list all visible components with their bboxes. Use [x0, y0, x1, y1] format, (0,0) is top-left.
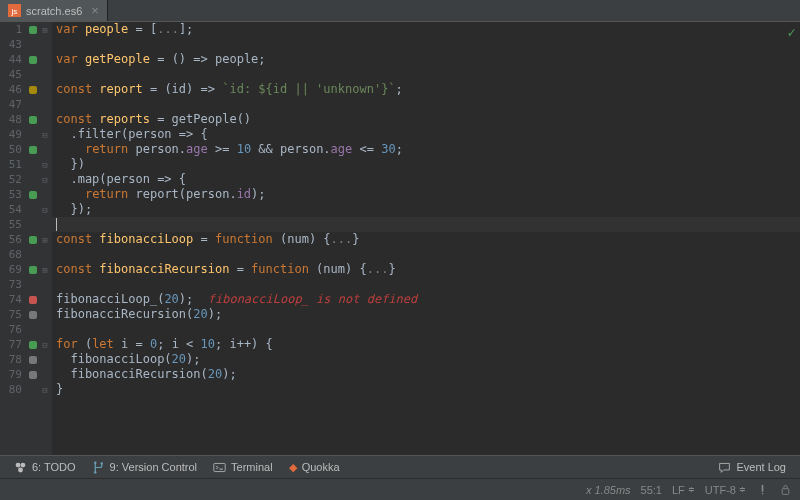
inline-error: fibonacciLoop_ is not defined — [208, 292, 418, 306]
code-line — [56, 277, 800, 292]
code-line — [56, 67, 800, 82]
speech-bubble-icon — [718, 461, 731, 474]
svg-rect-9 — [782, 489, 789, 495]
code-line: }); — [56, 202, 800, 217]
code-line: }) — [56, 157, 800, 172]
vcs-tool-button[interactable]: 9: Version Control — [84, 461, 205, 474]
text-cursor — [56, 218, 57, 231]
todo-tool-button[interactable]: 6: TODO — [6, 461, 84, 474]
code-line: fibonacciLoop_(20); fibonacciLoop_ is no… — [56, 292, 800, 307]
tab-scratch-es6[interactable]: js scratch.es6 × — [0, 0, 108, 21]
code-area[interactable]: var people = [...]; var getPeople = () =… — [52, 22, 800, 455]
branch-icon — [92, 461, 105, 474]
svg-point-7 — [100, 462, 102, 464]
status-inspection-icon[interactable] — [756, 483, 769, 496]
status-timing: x 1.85ms — [586, 484, 631, 496]
code-line: return person.age >= 10 && person.age <=… — [56, 142, 800, 157]
status-line-sep[interactable]: LF≑ — [672, 484, 695, 496]
code-line — [56, 37, 800, 52]
quokka-markers — [28, 22, 38, 455]
code-line: fibonacciRecursion(20); — [56, 307, 800, 322]
code-line: const reports = getPeople() — [56, 112, 800, 127]
code-line: } — [56, 382, 800, 397]
svg-point-3 — [21, 462, 26, 467]
current-line-highlight — [52, 217, 800, 232]
code-line: const report = (id) => `id: ${id || 'unk… — [56, 82, 800, 97]
code-line: .map(person => { — [56, 172, 800, 187]
svg-rect-8 — [214, 463, 225, 471]
code-line: const fibonacciLoop = function (num) {..… — [56, 232, 800, 247]
status-lock-icon[interactable] — [779, 483, 792, 496]
status-bar: x 1.85ms 55:1 LF≑ UTF-8≑ — [0, 478, 800, 500]
editor-area[interactable]: 1434445464748495051525354555668697374757… — [0, 22, 800, 455]
gutter: 1434445464748495051525354555668697374757… — [0, 22, 52, 455]
tab-bar: js scratch.es6 × — [0, 0, 800, 22]
code-line — [56, 322, 800, 337]
code-line — [56, 97, 800, 112]
svg-point-2 — [16, 462, 21, 467]
line-numbers: 1434445464748495051525354555668697374757… — [0, 22, 28, 455]
code-line: fibonacciLoop(20); — [56, 352, 800, 367]
code-line: var people = [...]; — [56, 22, 800, 37]
status-encoding[interactable]: UTF-8≑ — [705, 484, 746, 496]
close-tab-icon[interactable]: × — [91, 3, 99, 18]
quokka-tool-button[interactable]: ◆ Quokka — [281, 461, 348, 474]
svg-point-6 — [94, 471, 96, 473]
svg-point-5 — [94, 461, 96, 463]
inspection-ok-icon[interactable]: ✓ — [788, 24, 796, 40]
code-line: for (let i = 0; i < 10; i++) { — [56, 337, 800, 352]
terminal-icon — [213, 461, 226, 474]
js-file-icon: js — [8, 4, 21, 17]
code-line: var getPeople = () => people; — [56, 52, 800, 67]
terminal-tool-button[interactable]: Terminal — [205, 461, 281, 474]
todo-icon — [14, 461, 27, 474]
code-line — [56, 247, 800, 262]
status-position[interactable]: 55:1 — [641, 484, 662, 496]
code-line: fibonacciRecursion(20); — [56, 367, 800, 382]
code-line: .filter(person => { — [56, 127, 800, 142]
svg-point-4 — [18, 467, 23, 472]
tab-filename: scratch.es6 — [26, 5, 82, 17]
code-line: return report(person.id); — [56, 187, 800, 202]
tool-window-bar: 6: TODO 9: Version Control Terminal ◆ Qu… — [0, 455, 800, 478]
quokka-icon: ◆ — [289, 461, 297, 474]
fold-column[interactable]: ⊞⊟⊟⊟⊟⊞⊞⊟⊟ — [38, 22, 52, 455]
code-line: const fibonacciRecursion = function (num… — [56, 262, 800, 277]
svg-text:js: js — [11, 7, 18, 16]
event-log-button[interactable]: Event Log — [710, 461, 794, 474]
